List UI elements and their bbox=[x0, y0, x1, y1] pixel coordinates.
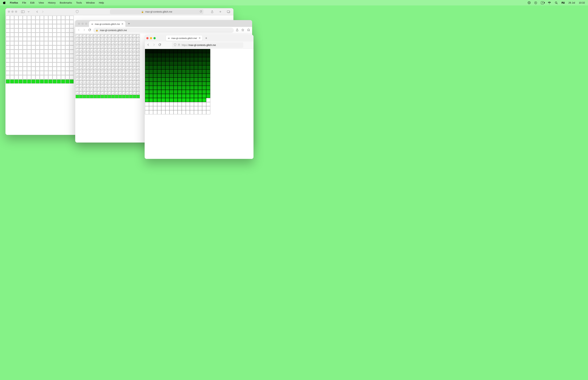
chevron-down-icon[interactable] bbox=[26, 9, 31, 14]
back-icon[interactable] bbox=[77, 28, 80, 32]
grid-cell bbox=[149, 94, 153, 98]
battery-icon[interactable]: ⚡︎ bbox=[541, 1, 544, 4]
share-icon[interactable] bbox=[209, 9, 215, 14]
now-playing-icon[interactable] bbox=[534, 1, 537, 4]
close-button[interactable] bbox=[146, 37, 149, 39]
grid-cell bbox=[79, 80, 83, 84]
tracking-shield-icon[interactable] bbox=[174, 43, 176, 47]
grid-cell bbox=[76, 70, 79, 73]
grid-cell bbox=[190, 94, 194, 98]
tab-overview-icon[interactable] bbox=[226, 9, 231, 14]
privacy-shield-icon[interactable] bbox=[75, 9, 80, 14]
grid-cell bbox=[90, 80, 94, 84]
new-tab-icon[interactable] bbox=[126, 21, 132, 26]
grid-cell bbox=[122, 45, 126, 48]
reload-icon[interactable] bbox=[200, 10, 202, 13]
forward-icon[interactable] bbox=[152, 43, 155, 47]
back-icon[interactable] bbox=[147, 43, 150, 47]
grid-cell bbox=[19, 58, 23, 62]
grid-cell bbox=[157, 57, 161, 61]
close-tab-icon[interactable] bbox=[121, 23, 123, 25]
grid-cell bbox=[94, 95, 97, 98]
wifi-icon[interactable] bbox=[548, 1, 551, 4]
grid-cell bbox=[27, 79, 31, 83]
firefox-tab-active[interactable]: ∞ max-gl-contexts.glitch.me/ bbox=[166, 35, 202, 41]
grid-cell bbox=[136, 66, 140, 70]
g-menu-extra-icon[interactable]: G bbox=[528, 1, 531, 4]
grid-cell bbox=[27, 58, 31, 62]
grid-cell bbox=[83, 77, 86, 80]
grid-cell bbox=[48, 24, 52, 28]
grid-cell bbox=[115, 41, 118, 45]
grid-cell bbox=[76, 84, 79, 88]
close-button[interactable] bbox=[78, 23, 80, 25]
bookmark-star-icon[interactable] bbox=[241, 28, 244, 32]
grid-cell bbox=[170, 49, 173, 53]
grid-cell bbox=[86, 63, 90, 66]
grid-cell bbox=[36, 54, 40, 58]
zoom-button[interactable] bbox=[15, 11, 17, 13]
grid-cell bbox=[153, 65, 157, 69]
menubar-time[interactable]: 10:32 bbox=[579, 1, 585, 4]
close-button[interactable] bbox=[8, 11, 10, 13]
forward-icon[interactable] bbox=[83, 28, 86, 32]
grid-cell bbox=[44, 54, 48, 58]
grid-cell bbox=[129, 80, 133, 84]
grid-cell bbox=[19, 54, 23, 58]
grid-cell bbox=[94, 73, 97, 77]
tab-favicon-icon: ∞ bbox=[168, 37, 170, 39]
grid-cell bbox=[104, 48, 108, 52]
sidebar-icon[interactable] bbox=[20, 9, 25, 14]
menubar-edit[interactable]: Edit bbox=[30, 1, 35, 4]
grid-cell bbox=[94, 52, 97, 56]
grid-cell bbox=[61, 37, 65, 41]
grid-cell bbox=[48, 16, 52, 20]
share-icon[interactable] bbox=[236, 28, 239, 32]
zoom-button[interactable] bbox=[85, 23, 87, 25]
reload-icon[interactable] bbox=[158, 43, 161, 47]
back-icon[interactable] bbox=[35, 9, 40, 14]
lock-icon: 🔒 bbox=[141, 11, 144, 13]
grid-cell bbox=[111, 91, 115, 95]
new-tab-icon[interactable] bbox=[204, 36, 209, 41]
grid-cell bbox=[70, 16, 74, 20]
menubar-app-name[interactable]: Firefox bbox=[10, 1, 18, 4]
grid-cell bbox=[133, 59, 136, 63]
grid-cell bbox=[108, 63, 111, 66]
minimize-button[interactable] bbox=[81, 23, 84, 25]
control-center-icon[interactable] bbox=[561, 1, 565, 4]
chrome-tab-active[interactable]: ∞ max-gl-contexts.glitch.me bbox=[89, 21, 125, 27]
safari-address-bar[interactable]: 🔒 max-gl-contexts.glitch.me bbox=[110, 9, 204, 14]
grid-cell bbox=[108, 91, 111, 95]
grid-cell bbox=[104, 38, 108, 41]
extensions-icon[interactable] bbox=[247, 28, 250, 32]
close-tab-icon[interactable] bbox=[199, 37, 201, 39]
menubar-window[interactable]: Window bbox=[86, 1, 95, 4]
menubar-file[interactable]: File bbox=[22, 1, 26, 4]
menubar-view[interactable]: View bbox=[39, 1, 44, 4]
reload-icon[interactable] bbox=[88, 28, 91, 32]
menubar-history[interactable]: History bbox=[48, 1, 56, 4]
menubar-bookmarks[interactable]: Bookmarks bbox=[60, 1, 72, 4]
grid-cell bbox=[122, 70, 126, 73]
grid-cell bbox=[48, 67, 52, 71]
grid-cell bbox=[48, 45, 52, 50]
minimize-button[interactable] bbox=[11, 11, 14, 13]
forward-icon[interactable] bbox=[40, 9, 45, 14]
minimize-button[interactable] bbox=[150, 37, 152, 39]
menubar-help[interactable]: Help bbox=[99, 1, 104, 4]
grid-cell bbox=[97, 66, 101, 70]
menubar-tools[interactable]: Tools bbox=[76, 1, 82, 4]
chrome-address-bar[interactable]: 🔒 max-gl-contexts.glitch.me bbox=[93, 28, 234, 33]
grid-cell bbox=[126, 91, 129, 95]
grid-cell bbox=[83, 52, 86, 56]
grid-cell bbox=[178, 74, 182, 77]
zoom-button[interactable] bbox=[153, 37, 156, 39]
grid-cell bbox=[36, 20, 40, 24]
grid-cell bbox=[57, 54, 61, 58]
firefox-address-bar[interactable]: https://max-gl-contexts.glitch.me bbox=[172, 42, 243, 48]
apple-logo-icon[interactable] bbox=[3, 1, 6, 4]
menubar-date[interactable]: 26 Jul bbox=[569, 1, 575, 4]
spotlight-icon[interactable] bbox=[555, 1, 558, 4]
new-tab-icon[interactable] bbox=[218, 9, 223, 14]
